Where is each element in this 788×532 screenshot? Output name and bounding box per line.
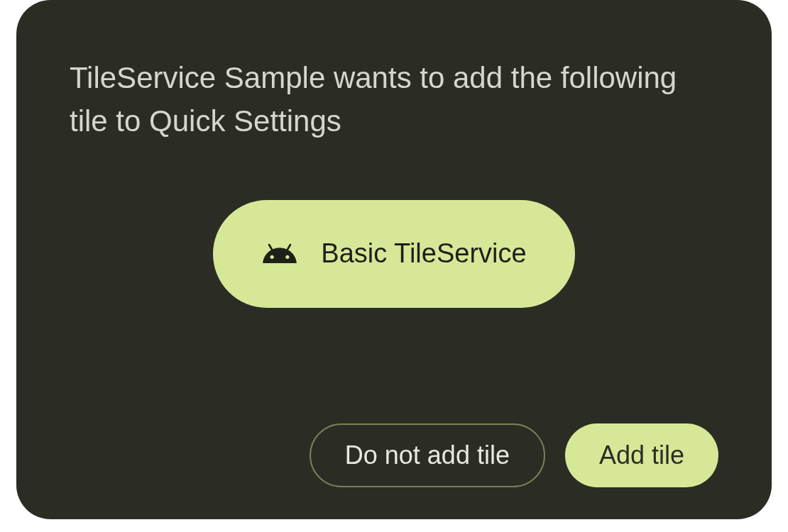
tile-preview-container: Basic TileService (70, 200, 718, 308)
tile-preview: Basic TileService (213, 200, 574, 308)
do-not-add-button[interactable]: Do not add tile (310, 423, 545, 487)
button-row: Do not add tile Add tile (310, 423, 718, 487)
tile-label: Basic TileService (321, 238, 526, 269)
add-tile-dialog: TileService Sample wants to add the foll… (16, 0, 772, 519)
dialog-title: TileService Sample wants to add the foll… (70, 57, 718, 143)
add-tile-button[interactable]: Add tile (565, 423, 718, 487)
android-icon (261, 235, 298, 272)
